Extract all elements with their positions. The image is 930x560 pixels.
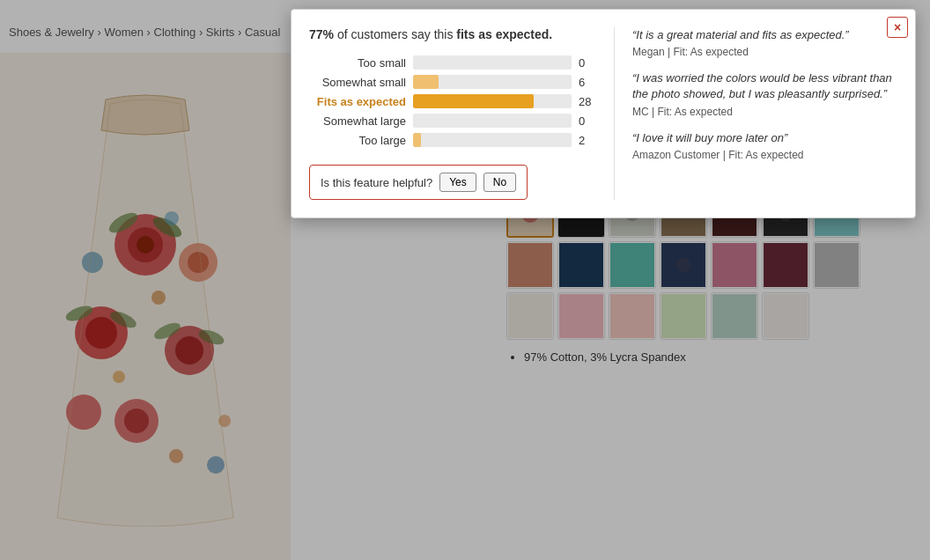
headline-keyword: fits as expected. bbox=[456, 27, 552, 41]
fit-label-too-small: Too small bbox=[309, 56, 406, 70]
fit-row-too-small: Too small 0 bbox=[309, 55, 596, 70]
review-text-2: I was worried the colors would be less v… bbox=[632, 70, 897, 102]
review-attribution-3: Amazon Customer | Fit: As expected bbox=[632, 149, 897, 161]
bar-fill-somewhat-small bbox=[413, 75, 439, 89]
fit-row-fits-expected: Fits as expected 28 bbox=[309, 94, 596, 108]
headline-prefix: of customers say this bbox=[337, 27, 456, 41]
review-block-3: I love it will buy more later on Amazon … bbox=[632, 130, 897, 161]
review-attribution-1: Megan | Fit: As expected bbox=[632, 46, 897, 58]
modal-content: 77% of customers say this fits as expect… bbox=[292, 10, 915, 217]
helpful-question: Is this feature helpful? bbox=[321, 176, 432, 189]
fit-label-somewhat-large: Somewhat large bbox=[309, 114, 406, 128]
fit-bars: Too small 0 Somewhat small 6 Fits as bbox=[309, 55, 596, 147]
helpful-yes-button[interactable]: Yes bbox=[439, 173, 476, 192]
fit-row-somewhat-small: Somewhat small 6 bbox=[309, 75, 596, 89]
modal-right: It is a great material and fits as expec… bbox=[614, 27, 897, 200]
fit-count-too-small: 0 bbox=[579, 56, 596, 70]
helpful-section: Is this feature helpful? Yes No bbox=[309, 165, 528, 200]
fit-count-fits-expected: 28 bbox=[579, 95, 596, 108]
helpful-no-button[interactable]: No bbox=[483, 173, 516, 192]
fit-modal: × 77% of customers say this fits as expe… bbox=[291, 9, 916, 218]
fit-count-too-large: 2 bbox=[579, 134, 596, 147]
modal-left: 77% of customers say this fits as expect… bbox=[309, 27, 596, 200]
fit-label-too-large: Too large bbox=[309, 134, 406, 147]
fit-label-fits-expected: Fits as expected bbox=[309, 95, 406, 108]
fit-count-somewhat-large: 0 bbox=[579, 114, 596, 128]
bar-container-too-small bbox=[413, 55, 572, 70]
fit-row-somewhat-large: Somewhat large 0 bbox=[309, 114, 596, 128]
bar-fill-too-large bbox=[413, 133, 421, 147]
close-button[interactable]: × bbox=[887, 17, 908, 38]
review-text-1: It is a great material and fits as expec… bbox=[632, 27, 897, 43]
bar-container-too-large bbox=[413, 133, 572, 147]
review-attribution-2: MC | Fit: As expected bbox=[632, 106, 897, 118]
bar-fill-fits-expected bbox=[413, 94, 534, 108]
headline-pct: 77% bbox=[309, 27, 334, 41]
bar-container-somewhat-small bbox=[413, 75, 572, 89]
bar-container-fits-expected bbox=[413, 94, 572, 108]
fit-row-too-large: Too large 2 bbox=[309, 133, 596, 147]
modal-headline: 77% of customers say this fits as expect… bbox=[309, 27, 596, 41]
bar-container-somewhat-large bbox=[413, 114, 572, 128]
fit-label-somewhat-small: Somewhat small bbox=[309, 76, 406, 89]
review-text-3: I love it will buy more later on bbox=[632, 130, 897, 146]
review-block-2: I was worried the colors would be less v… bbox=[632, 70, 897, 117]
fit-count-somewhat-small: 6 bbox=[579, 76, 596, 89]
review-block-1: It is a great material and fits as expec… bbox=[632, 27, 897, 58]
